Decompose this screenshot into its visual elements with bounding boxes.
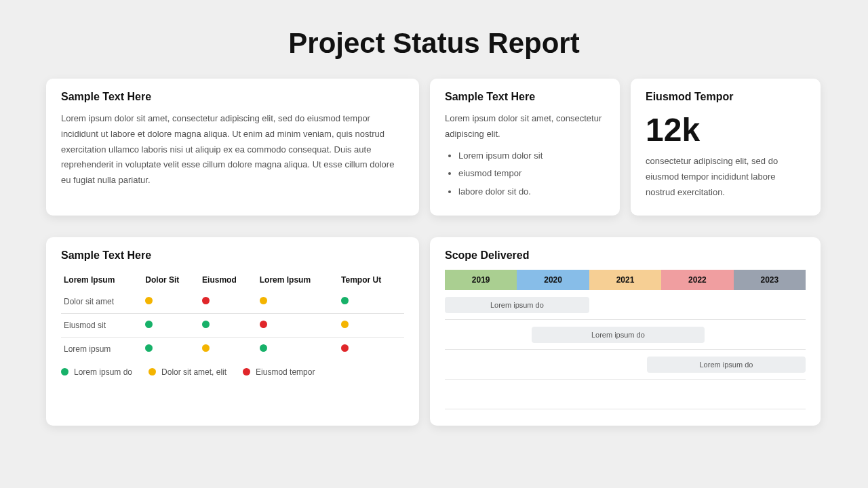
page-title: Project Status Report — [0, 0, 868, 79]
col-header: Lorem Ipsum — [257, 270, 338, 290]
card-summary-title: Sample Text Here — [61, 91, 404, 103]
legend-dot-icon — [243, 368, 250, 375]
table-row: Lorem ipsum — [61, 337, 404, 361]
status-dot-icon — [202, 321, 210, 328]
scope-year: 2023 — [734, 270, 806, 290]
row-label: Dolor sit amet — [61, 290, 142, 314]
status-dot-icon — [260, 344, 267, 352]
card-metric-body: consectetur adipiscing elit, sed do eius… — [646, 154, 806, 200]
status-cell — [338, 313, 404, 337]
metric-value: 12k — [646, 111, 806, 148]
scope-year: 2022 — [661, 270, 733, 290]
card-list-title: Sample Text Here — [445, 91, 605, 103]
status-cell — [199, 290, 257, 314]
status-cell — [257, 337, 338, 361]
gantt-bar: Lorem ipsum do — [445, 297, 589, 313]
gantt-bar: Lorem ipsum do — [532, 327, 705, 343]
legend-item: Dolor sit amet, elit — [149, 367, 226, 377]
status-dot-icon — [341, 344, 349, 352]
card-status-table: Sample Text Here Lorem Ipsum Dolor Sit E… — [46, 237, 419, 426]
status-cell — [338, 290, 404, 314]
status-dot-icon — [202, 297, 210, 304]
card-metric: Eiusmod Tempor 12k consectetur adipiscin… — [631, 79, 821, 216]
status-title: Sample Text Here — [61, 249, 404, 262]
status-dot-icon — [341, 321, 349, 328]
card-scope: Scope Delivered 2019 2020 2021 2022 2023… — [430, 237, 821, 426]
table-row: Eiusmod sit — [61, 313, 404, 337]
card-metric-title: Eiusmod Tempor — [646, 91, 806, 103]
status-cell — [338, 337, 404, 361]
status-dot-icon — [341, 297, 349, 304]
status-dot-icon — [145, 297, 153, 304]
row-label: Lorem ipsum — [61, 337, 142, 361]
status-cell — [142, 290, 199, 314]
scope-year: 2021 — [589, 270, 661, 290]
legend-label: Eiusmod tempor — [256, 367, 315, 377]
status-dot-icon — [202, 344, 210, 352]
legend-dot-icon — [149, 368, 156, 375]
list-item: labore dolor sit do. — [458, 185, 605, 199]
card-summary: Sample Text Here Lorem ipsum dolor sit a… — [46, 79, 419, 216]
status-cell — [257, 313, 338, 337]
col-header: Tempor Ut — [338, 270, 404, 290]
legend-item: Eiusmod tempor — [243, 367, 315, 377]
legend-item: Lorem ipsum do — [61, 367, 132, 377]
card-summary-body: Lorem ipsum dolor sit amet, consectetur … — [61, 111, 404, 188]
legend-label: Lorem ipsum do — [74, 367, 132, 377]
list-item: eiusmod tempor — [458, 167, 605, 181]
status-cell — [199, 313, 257, 337]
col-header: Dolor Sit — [142, 270, 199, 290]
scope-year: 2020 — [517, 270, 589, 290]
status-dot-icon — [145, 344, 153, 352]
status-cell — [199, 337, 257, 361]
row-label: Eiusmod sit — [61, 313, 142, 337]
col-header: Eiusmod — [199, 270, 257, 290]
list-item: Lorem ipsum dolor sit — [458, 149, 605, 163]
status-dot-icon — [260, 321, 267, 328]
scope-title: Scope Delivered — [445, 249, 806, 262]
status-cell — [142, 313, 199, 337]
card-list: Sample Text Here Lorem ipsum dolor sit a… — [430, 79, 620, 216]
legend-label: Dolor sit amet, elit — [161, 367, 226, 377]
legend-dot-icon — [61, 368, 68, 375]
status-dot-icon — [260, 297, 267, 304]
gantt-bar: Lorem ipsum do — [647, 357, 806, 373]
scope-year: 2019 — [445, 270, 517, 290]
status-cell — [257, 290, 338, 314]
table-row: Dolor sit amet — [61, 290, 404, 314]
card-list-lead: Lorem ipsum dolor sit amet, consectetur … — [445, 111, 605, 142]
status-cell — [142, 337, 199, 361]
col-header: Lorem Ipsum — [61, 270, 142, 290]
status-dot-icon — [145, 321, 153, 328]
